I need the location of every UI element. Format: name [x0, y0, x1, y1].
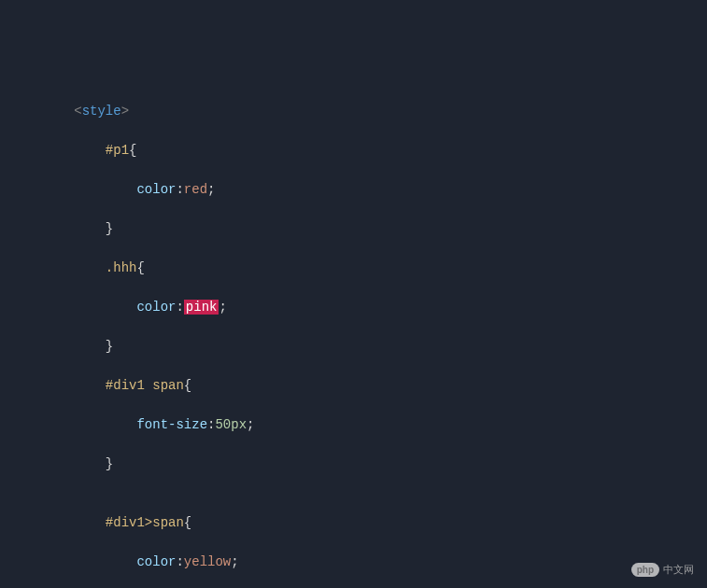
code-line: font-size:50px; [0, 415, 707, 435]
code-line: } [0, 337, 707, 357]
code-line: color:red; [0, 180, 707, 200]
code-line: .hhh{ [0, 259, 707, 278]
code-line: } [0, 455, 707, 474]
code-line: #div1 span{ [0, 376, 707, 396]
code-line: } [0, 219, 707, 239]
code-line: #p1{ [0, 141, 707, 161]
watermark-pill: php [631, 563, 659, 577]
code-editor: <style> #p1{ color:red; } .hhh{ color:pi… [0, 82, 707, 588]
watermark-text: 中文网 [663, 564, 694, 575]
code-line: color:yellow; [0, 553, 707, 572]
code-line: <style> [0, 102, 707, 121]
code-line: #div1>span{ [0, 513, 707, 533]
watermark: php中文网 [626, 546, 694, 577]
code-line: color:pink; [0, 298, 707, 317]
